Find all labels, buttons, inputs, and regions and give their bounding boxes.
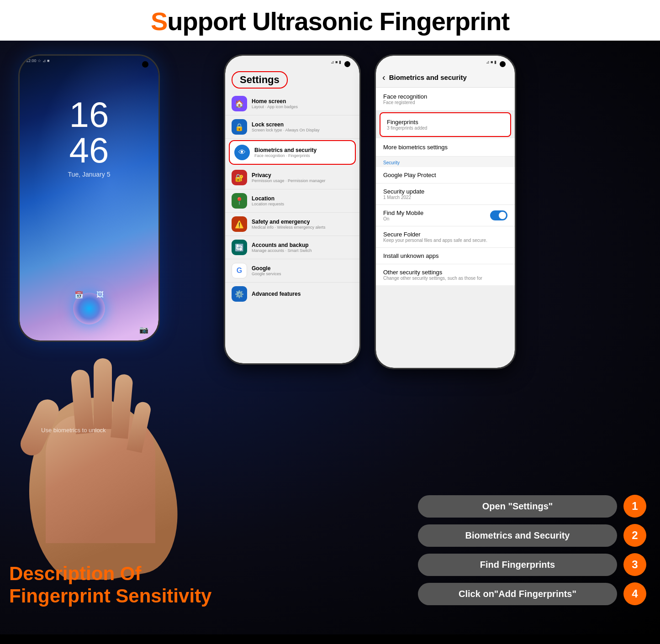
- status-bar-mid: ⊿ ■ ▮: [225, 56, 359, 68]
- fingerprints-subtitle: 3 fingerprints added: [387, 126, 504, 131]
- biometrics-icon: 👁: [234, 145, 250, 160]
- step-3: Find Fingerprints 3: [418, 553, 646, 576]
- status-bar-right: ⊿ ■ ▮: [376, 56, 515, 68]
- google-icon: G: [232, 263, 247, 278]
- other-security-subtitle: Change other security settings, such as …: [383, 276, 507, 281]
- settings-item-lock[interactable]: 🔒 Lock screen Screen lock type · Always …: [225, 115, 359, 139]
- bio-item-secupdate[interactable]: Security update 1 March 2022: [376, 183, 515, 205]
- biometrics-text: Biometrics and security Face recognition…: [254, 147, 317, 158]
- bio-header: ‹ Biometrics and security: [376, 68, 515, 88]
- fingerprints-title: Fingerprints: [387, 119, 504, 126]
- lock-text: Lock screen Screen lock type · Always On…: [252, 121, 320, 132]
- step-4: Click on"Add Fingerprints" 4: [418, 582, 646, 605]
- unlock-text: Use biometrics to unlock: [41, 427, 106, 434]
- settings-item-biometrics[interactable]: 👁 Biometrics and security Face recogniti…: [229, 140, 356, 165]
- steps-area: Open "Settings" 1 Biometrics and Securit…: [418, 495, 646, 612]
- step-2: Biometrics and Security 2: [418, 524, 646, 547]
- phone-middle-screen: ⊿ ■ ▮ Settings 🏠 Home screen Layout · Ap…: [225, 56, 359, 363]
- camera-hole-mid: [344, 61, 350, 67]
- advanced-icon: ⚙️: [232, 286, 247, 302]
- settings-item-location[interactable]: 📍 Location Location requests: [225, 189, 359, 213]
- fingerprint-glow: [73, 293, 105, 325]
- step-1-label: Open "Settings": [418, 495, 617, 518]
- settings-item-accounts[interactable]: 🔄 Accounts and backup Manage accounts · …: [225, 236, 359, 259]
- bio-item-fingerprints[interactable]: Fingerprints 3 fingerprints added: [380, 112, 511, 137]
- s-letter: S: [151, 7, 167, 36]
- settings-item-home[interactable]: 🏠 Home screen Layout · App icon badges: [225, 92, 359, 115]
- phone-left-screen: 12:00 ☆ ⊿ ■ 16 46 Tue, January 5 📅 🖼 📷: [20, 56, 158, 340]
- step-1-number: 1: [623, 495, 646, 518]
- unknown-apps-title: Install unknown apps: [383, 252, 507, 259]
- safety-icon: ⚠️: [232, 216, 247, 232]
- secupdate-subtitle: 1 March 2022: [383, 195, 507, 200]
- camera-hole-right: [500, 61, 506, 67]
- step-2-label: Biometrics and Security: [418, 524, 617, 547]
- secupdate-title: Security update: [383, 188, 507, 195]
- bio-item-more[interactable]: More biometrics settings: [376, 138, 515, 157]
- step-3-label: Find Fingerprints: [418, 554, 617, 576]
- google-text: Google Google services: [252, 265, 281, 276]
- accounts-text: Accounts and backup Manage accounts · Sm…: [252, 242, 312, 253]
- advanced-text: Advanced features: [252, 291, 301, 297]
- description-line1: Description Of: [9, 563, 211, 585]
- phone-left: 12:00 ☆ ⊿ ■ 16 46 Tue, January 5 📅 🖼 📷: [18, 54, 160, 342]
- hand-visual: [0, 324, 228, 580]
- step-1: Open "Settings" 1: [418, 495, 646, 518]
- settings-item-google[interactable]: G Google Google services: [225, 259, 359, 283]
- bio-item-gpp[interactable]: Google Play Protect: [376, 167, 515, 183]
- phone-right-screen: ⊿ ■ ▮ ‹ Biometrics and security Face rec…: [376, 56, 515, 368]
- description-text: Description Of Fingerprint Sensitivity: [9, 563, 211, 607]
- privacy-icon: 🔐: [232, 170, 247, 185]
- privacy-text: Privacy Permission usage · Permission ma…: [252, 172, 326, 183]
- time-hour: 16: [68, 97, 111, 132]
- back-arrow[interactable]: ‹: [382, 72, 385, 83]
- bio-item-secure-folder[interactable]: Secure Folder Keep your personal files a…: [376, 226, 515, 248]
- settings-header-wrap: Settings: [225, 68, 359, 92]
- settings-item-advanced[interactable]: ⚙️ Advanced features: [225, 283, 359, 305]
- secure-folder-subtitle: Keep your personal files and apps safe a…: [383, 238, 507, 243]
- step-2-number: 2: [623, 524, 646, 547]
- settings-list: 🏠 Home screen Layout · App icon badges 🔒…: [225, 92, 359, 305]
- time-display: 16 46 Tue, January 5: [68, 97, 111, 178]
- findmy-subtitle: On: [383, 216, 423, 221]
- bio-item-face[interactable]: Face recognition Face registered: [376, 88, 515, 111]
- page-header: Support Ultrasonic Fingerprint: [0, 0, 660, 41]
- more-bio-title: More biometrics settings: [383, 144, 507, 151]
- settings-item-safety[interactable]: ⚠️ Safety and emergency Medical info · W…: [225, 213, 359, 236]
- home-text: Home screen Layout · App icon badges: [252, 98, 298, 109]
- findmy-toggle[interactable]: [490, 210, 507, 220]
- time-minute: 46: [68, 132, 111, 168]
- accounts-icon: 🔄: [232, 240, 247, 255]
- bio-item-other-security[interactable]: Other security settings Change other sec…: [376, 264, 515, 285]
- location-icon: 📍: [232, 193, 247, 209]
- home-icon: 🏠: [232, 96, 247, 111]
- phone-middle: ⊿ ■ ▮ Settings 🏠 Home screen Layout · Ap…: [224, 54, 361, 365]
- date-display: Tue, January 5: [68, 171, 111, 178]
- left-section: 12:00 ☆ ⊿ ■ 16 46 Tue, January 5 📅 🖼 📷: [0, 41, 219, 634]
- bio-item-findmy[interactable]: Find My Mobile On: [376, 205, 515, 226]
- settings-title: Settings: [232, 71, 288, 89]
- step-4-label: Click on"Add Fingerprints": [418, 583, 617, 605]
- location-text: Location Location requests: [252, 195, 284, 206]
- settings-item-privacy[interactable]: 🔐 Privacy Permission usage · Permission …: [225, 166, 359, 189]
- findmy-title: Find My Mobile: [383, 209, 423, 216]
- other-security-title: Other security settings: [383, 269, 507, 276]
- main-area: 12:00 ☆ ⊿ ■ 16 46 Tue, January 5 📅 🖼 📷: [0, 41, 660, 634]
- header-title-rest: upport Ultrasonic Fingerprint: [167, 7, 509, 36]
- safety-text: Safety and emergency Medical info · Wire…: [252, 219, 326, 230]
- camera-icon-bottom: 📷: [139, 325, 148, 334]
- face-title: Face recognition: [383, 93, 507, 100]
- step-4-number: 4: [623, 582, 646, 605]
- face-subtitle: Face registered: [383, 100, 507, 105]
- gpp-title: Google Play Protect: [383, 172, 507, 178]
- lock-icon: 🔒: [232, 119, 247, 135]
- phone-right: ⊿ ■ ▮ ‹ Biometrics and security Face rec…: [375, 54, 516, 369]
- description-line2: Fingerprint Sensitivity: [9, 585, 211, 607]
- camera-hole-left: [142, 61, 148, 68]
- bio-item-unknown-apps[interactable]: Install unknown apps: [376, 248, 515, 264]
- security-section-label: Security: [376, 157, 515, 167]
- step-3-number: 3: [623, 553, 646, 576]
- status-bar-left: 12:00 ☆ ⊿ ■: [26, 58, 49, 63]
- secure-folder-title: Secure Folder: [383, 231, 507, 238]
- bio-screen-title: Biometrics and security: [389, 73, 467, 81]
